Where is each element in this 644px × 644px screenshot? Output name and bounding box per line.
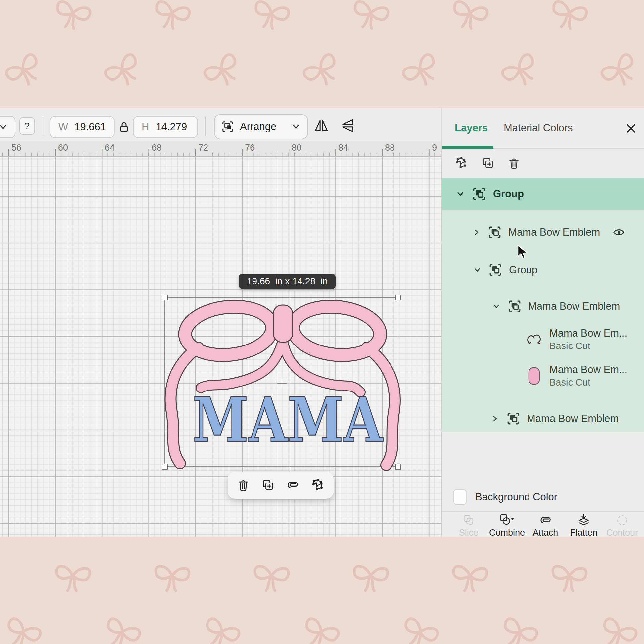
attach-button[interactable]: Attach	[528, 513, 563, 537]
weld-icon[interactable]	[454, 156, 469, 170]
flatten-label: Flatten	[570, 528, 598, 538]
ruler-label: 76	[245, 143, 255, 153]
selection-bounding-box[interactable]: MAMA	[164, 297, 398, 467]
layer-label: Mama Bow Emblem	[527, 413, 619, 425]
layer-label: Mama Bow Em...	[549, 328, 627, 339]
ruler-label: 84	[338, 143, 348, 153]
width-input[interactable]: W 19.661	[50, 116, 115, 138]
layer-label: Mama Bow Emblem	[528, 300, 620, 312]
attach-icon[interactable]	[285, 478, 300, 493]
height-label: H	[142, 121, 149, 133]
selection-action-toolbar	[228, 472, 334, 499]
layers-actions-row	[442, 149, 644, 178]
active-tab-underline	[442, 146, 493, 149]
mama-bow-design[interactable]: MAMA	[165, 298, 399, 468]
group-icon	[488, 263, 502, 277]
flatten-button[interactable]: Flatten	[566, 513, 602, 537]
tab-layers-label: Layers	[455, 122, 488, 134]
width-value: 19.661	[74, 121, 106, 133]
layer-cut-type: Basic Cut	[549, 341, 627, 351]
delete-icon[interactable]	[507, 156, 521, 170]
duplicate-icon[interactable]	[260, 478, 275, 492]
arrange-button[interactable]: Arrange	[214, 114, 308, 139]
mouse-cursor	[517, 245, 531, 260]
combine-icon	[499, 513, 515, 527]
tab-material-colors-label: Material Colors	[504, 122, 573, 134]
chevron-right-icon[interactable]	[490, 414, 500, 423]
arrange-layers-icon	[221, 120, 234, 133]
layer-row-mama-bow-emblem-3[interactable]: Mama Bow Emblem	[442, 406, 644, 432]
group-icon	[508, 299, 522, 313]
tab-material-colors[interactable]: Material Colors	[504, 108, 573, 148]
attach-label: Attach	[533, 528, 558, 538]
contour-icon	[615, 513, 629, 527]
layer-row-group-selected[interactable]: Group	[442, 178, 644, 210]
layer-row-basic-cut-pink[interactable]: Mama Bow Em... Basic Cut	[442, 361, 644, 391]
tab-layers[interactable]: Layers	[455, 108, 488, 148]
flip-vertical-icon[interactable]	[340, 118, 355, 133]
lock-aspect-icon[interactable]	[117, 120, 131, 134]
collapse-toolbar-button[interactable]	[0, 116, 15, 138]
attach-icon	[538, 513, 553, 527]
ruler-label: 64	[105, 143, 115, 153]
chevron-down-icon	[0, 121, 9, 133]
resize-handle-top-right[interactable]	[395, 295, 401, 300]
ruler-label: 56	[11, 143, 21, 153]
toolbar-divider	[205, 117, 206, 136]
slice-label: Slice	[459, 528, 479, 538]
slice-icon	[462, 513, 476, 527]
chevron-right-icon[interactable]	[472, 228, 481, 237]
background-color-label: Background Color	[475, 491, 557, 503]
weld-icon[interactable]	[310, 478, 325, 493]
panel-tab-bar: Layers Material Colors	[442, 108, 644, 149]
help-button[interactable]: ?	[19, 117, 35, 135]
layer-row-mama-bow-emblem-1[interactable]: Mama Bow Emblem	[442, 219, 644, 246]
group-icon	[506, 412, 520, 426]
chevron-down-icon[interactable]	[455, 189, 465, 199]
resize-handle-bottom-left[interactable]	[162, 464, 168, 470]
layer-cut-type: Basic Cut	[549, 377, 627, 388]
layer-tools-bar: Slice Combine Attach	[442, 511, 644, 537]
layer-label: Mama Bow Em...	[549, 364, 627, 375]
ruler-label: 9	[432, 143, 437, 153]
duplicate-icon[interactable]	[481, 156, 495, 170]
ruler-label: 80	[292, 143, 301, 153]
background-color-row: Background Color	[442, 484, 644, 510]
layer-label: Mama Bow Emblem	[508, 226, 600, 238]
design-canvas[interactable]: 19.66 in x 14.28 in	[0, 157, 441, 537]
flatten-icon	[576, 513, 591, 527]
help-button-label: ?	[24, 121, 30, 131]
layer-row-mama-bow-emblem-2[interactable]: Mama Bow Emblem	[442, 293, 644, 320]
ruler-label: 60	[58, 143, 68, 153]
delete-icon[interactable]	[236, 478, 251, 492]
toolbar-divider	[43, 117, 43, 136]
design-app-window: ? W 19.661 H 14.279 A	[0, 108, 644, 536]
group-icon	[488, 225, 502, 239]
height-input[interactable]: H 14.279	[133, 116, 198, 138]
background-color-swatch[interactable]	[453, 489, 467, 505]
layer-label: Group	[509, 264, 537, 276]
arrange-button-label: Arrange	[240, 121, 276, 133]
bow-outline-thumbnail	[526, 332, 543, 347]
ruler-label: 68	[152, 143, 161, 153]
bow-knot-shape	[273, 305, 293, 342]
chevron-down-icon[interactable]	[492, 302, 501, 311]
layer-row-nested-group[interactable]: Group	[442, 257, 644, 283]
visibility-eye-icon[interactable]	[612, 226, 625, 239]
resize-handle-bottom-right[interactable]	[395, 464, 401, 470]
resize-handle-top-left[interactable]	[162, 295, 168, 300]
layers-panel: Layers Material Colors	[441, 108, 644, 537]
layer-label: Group	[493, 188, 524, 200]
pink-shape-thumbnail	[526, 367, 543, 385]
chevron-down-icon[interactable]	[473, 265, 482, 275]
width-label: W	[58, 121, 68, 133]
combine-button[interactable]: Combine	[489, 513, 525, 537]
ruler-label: 72	[198, 143, 208, 153]
layer-row-basic-cut-outline[interactable]: Mama Bow Em... Basic Cut	[442, 325, 644, 354]
flip-horizontal-icon[interactable]	[314, 118, 329, 133]
contour-button: Contour	[604, 513, 640, 537]
close-panel-icon[interactable]	[625, 122, 637, 135]
slice-button: Slice	[451, 513, 486, 537]
height-value: 14.279	[156, 121, 187, 133]
mama-text-shape[interactable]: MAMA	[193, 384, 383, 456]
